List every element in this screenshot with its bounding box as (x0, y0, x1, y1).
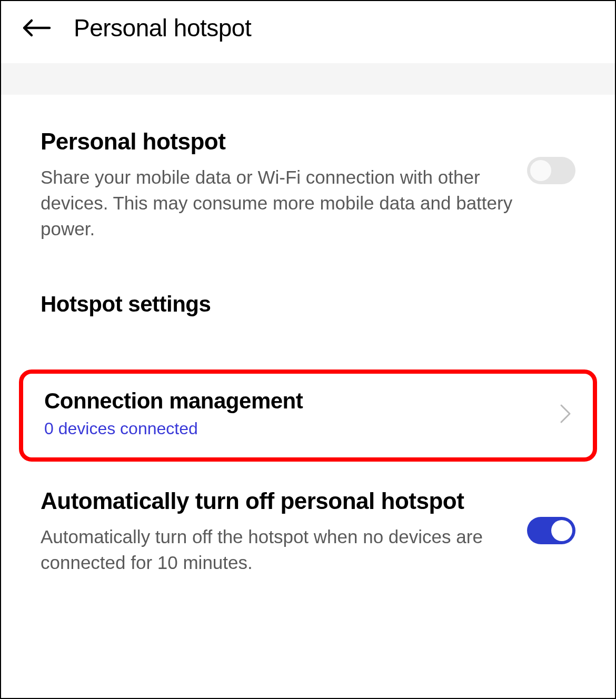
personal-hotspot-description: Share your mobile data or Wi-Fi connecti… (41, 164, 514, 242)
auto-off-title: Automatically turn off personal hotspot (41, 488, 514, 514)
connection-management-title: Connection management (44, 388, 559, 414)
page-title: Personal hotspot (74, 14, 251, 42)
section-spacer (1, 63, 615, 95)
personal-hotspot-card: Personal hotspot Share your mobile data … (12, 107, 604, 263)
personal-hotspot-text: Personal hotspot Share your mobile data … (41, 128, 514, 242)
arrow-left-icon (22, 18, 52, 37)
hotspot-settings-label: Hotspot settings (1, 263, 615, 338)
personal-hotspot-toggle[interactable] (527, 157, 575, 184)
header: Personal hotspot (1, 1, 615, 63)
connection-management-status: 0 devices connected (44, 419, 559, 438)
chevron-right-icon (559, 403, 572, 424)
connection-management-text: Connection management 0 devices connecte… (44, 388, 559, 438)
auto-off-row: Automatically turn off personal hotspot … (1, 477, 615, 596)
personal-hotspot-title: Personal hotspot (41, 128, 514, 155)
auto-off-toggle[interactable] (527, 517, 575, 544)
auto-off-text: Automatically turn off personal hotspot … (41, 488, 514, 575)
toggle-knob (551, 520, 572, 541)
auto-off-description: Automatically turn off the hotspot when … (41, 524, 514, 575)
back-button[interactable] (22, 18, 52, 37)
connection-management-row[interactable]: Connection management 0 devices connecte… (19, 370, 597, 462)
toggle-knob (530, 160, 551, 181)
personal-hotspot-row: Personal hotspot Share your mobile data … (41, 128, 575, 242)
